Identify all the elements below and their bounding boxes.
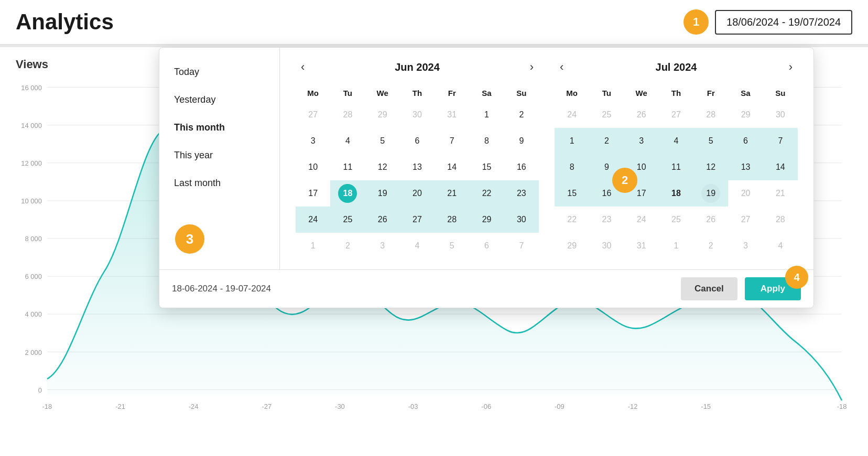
table-row[interactable]: 27 bbox=[659, 102, 693, 128]
table-row[interactable]: 26 bbox=[693, 207, 728, 233]
table-row[interactable]: 24 bbox=[555, 102, 589, 128]
table-row[interactable]: 2 bbox=[589, 128, 624, 154]
table-row[interactable]: 2 bbox=[693, 233, 728, 259]
table-row[interactable]: 31 bbox=[435, 102, 469, 128]
july-prev-btn[interactable]: ‹ bbox=[555, 58, 569, 76]
cancel-button[interactable]: Cancel bbox=[681, 277, 737, 300]
july-col-th: Th bbox=[659, 84, 693, 102]
table-row[interactable]: 1 bbox=[469, 102, 504, 128]
table-row[interactable]: 26 bbox=[624, 102, 659, 128]
july-cal-header: ‹ Jul 2024 › bbox=[555, 58, 798, 76]
table-row[interactable]: 28 bbox=[693, 102, 728, 128]
preset-this-month[interactable]: This month bbox=[159, 114, 279, 142]
table-row[interactable]: 13 bbox=[728, 154, 763, 180]
table-row[interactable]: 6 bbox=[469, 233, 504, 259]
june-col-fr: Fr bbox=[435, 84, 469, 102]
table-row[interactable]: 24 bbox=[624, 207, 659, 233]
table-row[interactable]: 25 bbox=[589, 102, 624, 128]
table-row[interactable]: 29 bbox=[469, 207, 504, 233]
svg-text:-21: -21 bbox=[115, 402, 125, 410]
table-row[interactable]: 22 bbox=[555, 207, 589, 233]
table-row[interactable]: 1 bbox=[555, 128, 589, 154]
table-row[interactable]: 23 bbox=[589, 207, 624, 233]
preset-last-month[interactable]: Last month bbox=[159, 169, 279, 197]
june-prev-btn[interactable]: ‹ bbox=[296, 58, 310, 76]
table-row[interactable]: 27 bbox=[400, 207, 435, 233]
preset-yesterday[interactable]: Yesterday bbox=[159, 86, 279, 114]
july-next-btn[interactable]: › bbox=[784, 58, 798, 76]
preset-this-year[interactable]: This year bbox=[159, 142, 279, 169]
table-row[interactable]: 15 bbox=[469, 154, 504, 180]
table-row[interactable]: 21 bbox=[763, 180, 798, 207]
table-row[interactable]: 10 bbox=[296, 154, 330, 180]
table-row[interactable]: 28 bbox=[763, 207, 798, 233]
table-row[interactable]: 4 bbox=[659, 128, 693, 154]
table-row[interactable]: 23 bbox=[504, 180, 539, 207]
table-row[interactable]: 31 bbox=[624, 233, 659, 259]
table-row[interactable]: 3 bbox=[296, 128, 330, 154]
table-row[interactable]: 22 bbox=[469, 180, 504, 207]
svg-text:12 000: 12 000 bbox=[21, 159, 42, 167]
date-range-display[interactable]: 18/06/2024 - 19/07/2024 bbox=[715, 10, 852, 35]
table-row[interactable]: 5 bbox=[365, 128, 400, 154]
table-row[interactable]: 14 bbox=[435, 154, 469, 180]
table-row[interactable]: 20 bbox=[400, 180, 435, 207]
table-row[interactable]: 29 bbox=[365, 102, 400, 128]
table-row[interactable]: 28 bbox=[330, 102, 365, 128]
table-row[interactable]: 18 bbox=[330, 180, 365, 207]
table-row[interactable]: 25 bbox=[659, 207, 693, 233]
table-row[interactable]: 5 bbox=[693, 128, 728, 154]
table-row[interactable]: 13 bbox=[400, 154, 435, 180]
table-row[interactable]: 14 bbox=[763, 154, 798, 180]
table-row[interactable]: 18 bbox=[659, 180, 693, 207]
table-row[interactable]: 11 bbox=[659, 154, 693, 180]
table-row[interactable]: 7 bbox=[435, 128, 469, 154]
table-row[interactable]: 8 bbox=[469, 128, 504, 154]
table-row[interactable]: 8 bbox=[555, 154, 589, 180]
table-row[interactable]: 26 bbox=[365, 207, 400, 233]
table-row[interactable]: 2 bbox=[504, 102, 539, 128]
table-row[interactable]: 29 bbox=[728, 102, 763, 128]
table-row[interactable]: 6 bbox=[400, 128, 435, 154]
table-row[interactable]: 3 bbox=[624, 128, 659, 154]
july-col-we: We bbox=[624, 84, 659, 102]
table-row[interactable]: 30 bbox=[589, 233, 624, 259]
table-row[interactable]: 12 bbox=[693, 154, 728, 180]
table-row[interactable]: 1 bbox=[659, 233, 693, 259]
table-row[interactable]: 7 bbox=[504, 233, 539, 259]
table-row[interactable]: 3 bbox=[365, 233, 400, 259]
apply-button[interactable]: Apply 4 bbox=[745, 277, 801, 300]
table-row[interactable]: 11 bbox=[330, 154, 365, 180]
table-row[interactable]: 4 bbox=[763, 233, 798, 259]
table-row[interactable]: 19 bbox=[693, 180, 728, 207]
table-row[interactable]: 24 bbox=[296, 207, 330, 233]
table-row[interactable]: 15 bbox=[555, 180, 589, 207]
table-row[interactable]: 27 bbox=[728, 207, 763, 233]
preset-today[interactable]: Today bbox=[159, 58, 279, 86]
table-row[interactable]: 1 bbox=[296, 233, 330, 259]
table-row[interactable]: 4 bbox=[400, 233, 435, 259]
svg-text:14 000: 14 000 bbox=[21, 122, 42, 129]
table-row[interactable]: 16 bbox=[504, 154, 539, 180]
table-row[interactable]: 21 bbox=[435, 180, 469, 207]
table-row[interactable]: 17 bbox=[296, 180, 330, 207]
table-row[interactable]: 5 bbox=[435, 233, 469, 259]
table-row[interactable]: 28 bbox=[435, 207, 469, 233]
table-row[interactable]: 25 bbox=[330, 207, 365, 233]
table-row[interactable]: 30 bbox=[763, 102, 798, 128]
table-row[interactable]: 29 bbox=[555, 233, 589, 259]
table-row[interactable]: 4 bbox=[330, 128, 365, 154]
table-row[interactable]: 19 bbox=[365, 180, 400, 207]
table-row[interactable]: 9 bbox=[504, 128, 539, 154]
table-row[interactable]: 27 bbox=[296, 102, 330, 128]
table-row[interactable]: 3 bbox=[728, 233, 763, 259]
table-row[interactable]: 7 bbox=[763, 128, 798, 154]
table-row[interactable]: 30 bbox=[400, 102, 435, 128]
table-row[interactable]: 12 bbox=[365, 154, 400, 180]
table-row[interactable]: 30 bbox=[504, 207, 539, 233]
june-next-btn[interactable]: › bbox=[525, 58, 539, 76]
table-row[interactable]: 6 bbox=[728, 128, 763, 154]
table-row[interactable]: 2 bbox=[330, 233, 365, 259]
svg-text:-18: -18 bbox=[42, 402, 52, 410]
table-row[interactable]: 20 bbox=[728, 180, 763, 207]
